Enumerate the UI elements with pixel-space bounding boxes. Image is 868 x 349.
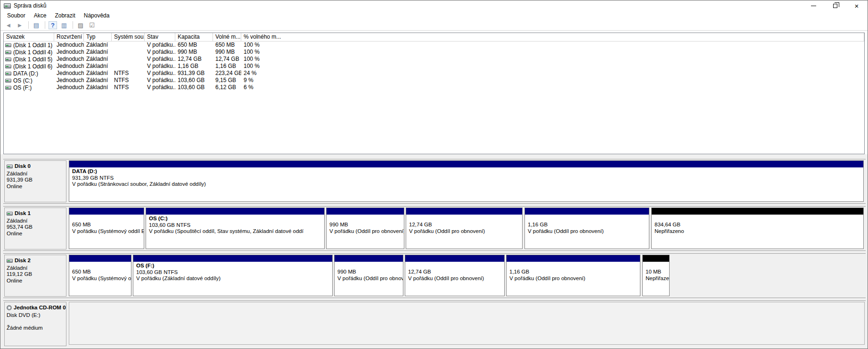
volume-capacity: 990 MB: [175, 49, 213, 56]
volume-filesystem: [112, 63, 145, 70]
partition-disk1-efi[interactable]: 650 MB V pořádku (Systémový oddíl EFI): [69, 208, 144, 249]
help-button[interactable]: ?: [48, 20, 58, 30]
disk-status: Online: [7, 231, 64, 237]
disk-label-disk0[interactable]: Disk 0 Základní 931,39 GB Online: [4, 160, 66, 202]
restore-button[interactable]: [824, 0, 846, 11]
volume-icon: [5, 79, 11, 83]
volume-list-body: (Disk 1 Oddíl 1) Jednoduchý Základní V p…: [4, 42, 864, 91]
partition-size: 103,60 GB NTFS: [136, 269, 329, 276]
volume-row-data-d[interactable]: DATA (D:) Jednoduchý Základní NTFS V poř…: [4, 70, 864, 77]
show-console-tree-button[interactable]: ▤: [31, 20, 41, 30]
partition-size: 990 MB: [337, 269, 400, 275]
column-header-system-souboru[interactable]: Systém sou...: [112, 33, 145, 41]
partition-status: V pořádku (Oddíl pro obnovení): [329, 228, 401, 235]
volume-free-percent: 100 %: [241, 49, 864, 56]
partition-color-bar: [133, 255, 332, 262]
partition-disk2-unallocated[interactable]: 10 MB Nepřiřazeno: [642, 255, 670, 296]
partition-disk1-recovery-1gb[interactable]: 1,16 GB V pořádku (Oddíl pro obnovení): [524, 208, 649, 249]
disk-spacer-line: [7, 318, 64, 325]
partition-disk2-recovery-990mb[interactable]: 990 MB V pořádku (Oddíl pro obnovení): [334, 255, 403, 296]
column-header-typ[interactable]: Typ: [84, 33, 112, 41]
show-action-pane-icon: ▥: [61, 22, 67, 29]
menu-akce[interactable]: Akce: [30, 11, 51, 20]
cdrom-empty-media-area[interactable]: [69, 302, 865, 345]
volume-free: 6,12 GB: [213, 84, 241, 91]
disk-size: 119,12 GB: [7, 271, 64, 278]
back-button[interactable]: ◄: [3, 20, 14, 30]
partition-size: 834,64 GB: [655, 222, 860, 228]
disk-label-cdrom0[interactable]: Jednotka CD-ROM 0 Disk DVD (E:) Žádné mé…: [4, 302, 66, 346]
partition-disk1-recovery-990mb[interactable]: 990 MB V pořádku (Oddíl pro obnovení): [326, 208, 404, 249]
close-button[interactable]: ×: [846, 0, 868, 11]
partition-size: 650 MB: [72, 269, 128, 275]
volume-layout: Jednoduchý: [54, 77, 84, 84]
volume-name: (Disk 1 Oddíl 4): [13, 49, 52, 56]
volume-capacity: 650 MB: [175, 42, 213, 49]
partition-disk2-recovery-1gb[interactable]: 1,16 GB V pořádku (Oddíl pro obnovení): [506, 255, 640, 296]
volume-type: Základní: [84, 77, 112, 84]
disk-status: Online: [7, 183, 64, 190]
volume-free-percent: 6 %: [241, 84, 864, 91]
disk-type: Základní: [7, 218, 64, 224]
disk-label-disk1[interactable]: Disk 1 Základní 953,74 GB Online: [4, 208, 66, 249]
forward-icon: ►: [17, 22, 23, 29]
partition-disk1-recovery-12gb[interactable]: 12,74 GB V pořádku (Oddíl pro obnovení): [406, 208, 523, 249]
volume-row-disk1-oddil5[interactable]: (Disk 1 Oddíl 5) Jednoduchý Základní V p…: [4, 56, 864, 63]
column-header-stav[interactable]: Stav: [145, 33, 175, 41]
volume-layout: Jednoduchý: [54, 42, 84, 49]
volume-row-disk1-oddil1[interactable]: (Disk 1 Oddíl 1) Jednoduchý Základní V p…: [4, 42, 864, 49]
column-header-kapacita[interactable]: Kapacita: [175, 33, 213, 41]
partition-os-c[interactable]: OS (C:) 103,60 GB NTFS V pořádku (Spoušt…: [146, 208, 325, 249]
title-bar: Správa disků ×: [0, 0, 868, 11]
menu-zobrazit[interactable]: Zobrazit: [50, 11, 79, 20]
partition-status: V pořádku (Základní datové oddíly): [136, 275, 329, 282]
column-header-volne-misto[interactable]: Volné m...: [213, 33, 241, 41]
volume-name: (Disk 1 Oddíl 1): [13, 42, 52, 49]
forward-button[interactable]: ►: [15, 20, 25, 30]
volume-capacity: 103,60 GB: [175, 84, 213, 91]
partition-status: Nepřiřazeno: [646, 275, 666, 282]
disk-label-disk2[interactable]: Disk 2 Základní 119,12 GB Online: [4, 255, 66, 297]
properties-button[interactable]: ☑: [87, 20, 97, 30]
volume-row-os-c[interactable]: OS (C:) Jednoduchý Základní NTFS V pořád…: [4, 77, 864, 84]
volume-name: DATA (D:): [13, 70, 38, 77]
menu-soubor[interactable]: Soubor: [3, 11, 30, 20]
volume-status: V pořádku...: [145, 42, 175, 49]
volume-filesystem: NTFS: [112, 77, 145, 84]
volume-free: 9,15 GB: [213, 77, 241, 84]
volume-type: Základní: [84, 42, 112, 49]
toolbar-separator: [73, 21, 73, 29]
view-button[interactable]: ▨: [75, 20, 86, 30]
back-icon: ◄: [6, 22, 12, 29]
partition-data-d[interactable]: DATA (D:) 931,39 GB NTFS V pořádku (Strá…: [69, 160, 864, 202]
column-header-rozvrzeni[interactable]: Rozvržení: [54, 33, 84, 41]
partition-os-f[interactable]: OS (F:) 103,60 GB NTFS V pořádku (Základ…: [133, 255, 333, 296]
volume-row-disk1-oddil4[interactable]: (Disk 1 Oddíl 4) Jednoduchý Základní V p…: [4, 49, 864, 56]
column-header-svazek[interactable]: Svazek: [4, 33, 54, 41]
disk-name: Disk 0: [15, 163, 31, 170]
volume-status: V pořádku...: [145, 84, 175, 91]
volume-status: V pořádku...: [145, 77, 175, 84]
volume-row-os-f[interactable]: OS (F:) Jednoduchý Základní NTFS V pořád…: [4, 84, 864, 91]
volume-filesystem: [112, 56, 145, 63]
partition-disk2-efi[interactable]: 650 MB V pořádku (Systémový oddíl EFI): [69, 255, 131, 296]
disk-type: Základní: [7, 265, 64, 272]
volume-icon: [5, 65, 11, 68]
partition-disk2-recovery-12gb[interactable]: 12,74 GB V pořádku (Oddíl pro obnovení): [405, 255, 505, 296]
volume-icon: [5, 58, 11, 61]
disk-icon: [7, 212, 13, 216]
partition-status: V pořádku (Oddíl pro obnovení): [528, 228, 646, 235]
partition-disk1-unallocated[interactable]: 834,64 GB Nepřiřazeno: [651, 208, 864, 249]
show-action-pane-button[interactable]: ▥: [59, 20, 69, 30]
volume-list-header: Svazek Rozvržení Typ Systém sou... Stav …: [4, 33, 864, 42]
menu-napoveda[interactable]: Nápověda: [80, 11, 114, 20]
volume-row-disk1-oddil6[interactable]: (Disk 1 Oddíl 6) Jednoduchý Základní V p…: [4, 63, 864, 70]
minimize-button[interactable]: [802, 0, 824, 11]
partition-color-bar: [643, 255, 669, 262]
column-header-procento-volneho[interactable]: % volného m...: [241, 33, 864, 41]
partition-name: OS (C:): [149, 216, 321, 222]
volume-icon: [5, 72, 11, 75]
volume-free: 1,16 GB: [213, 63, 241, 70]
volume-status: V pořádku...: [145, 56, 175, 63]
volume-status: V pořádku...: [145, 70, 175, 77]
